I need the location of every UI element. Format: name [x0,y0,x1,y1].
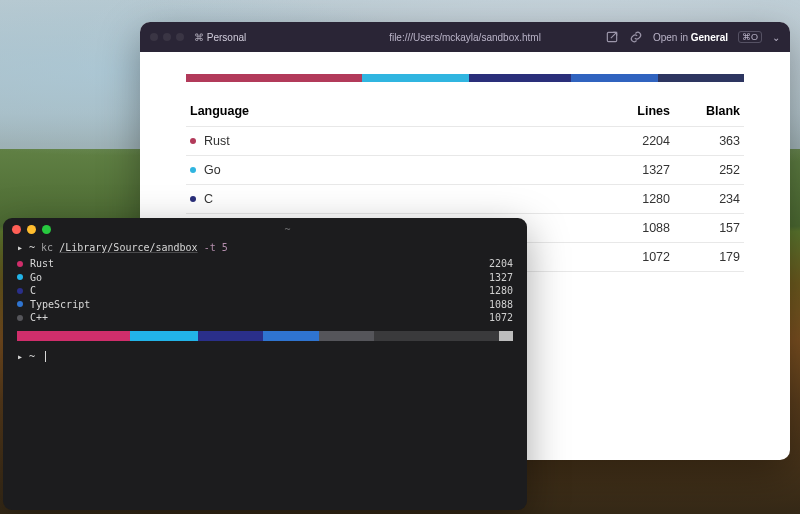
terminal-title: ~ [57,224,518,235]
color-swatch-icon [17,301,23,307]
blank-count: 157 [674,214,744,243]
language-name: C [204,192,213,206]
language-name: Rust [30,257,54,271]
lines-count: 1280 [604,185,674,214]
command-flags: -t 5 [204,242,228,253]
bar-segment-c [469,74,571,82]
bar-segment-c [198,331,264,341]
blank-count: 234 [674,185,744,214]
link-icon[interactable] [629,30,643,44]
table-row: Rust [186,127,604,156]
col-header-lines: Lines [604,98,674,127]
terminal-body[interactable]: ▸ ~ kc /Library/Source/sandbox -t 5 Rust… [3,240,527,372]
bar-segment-cp+ [658,74,744,82]
close-icon[interactable] [12,225,21,234]
lines-count: 1280 [489,284,513,298]
lines-count: 2204 [604,127,674,156]
terminal-output-row: C1280 [17,284,513,298]
language-name: Go [30,271,42,285]
bar-segment-rust [17,331,130,341]
color-swatch-icon [17,274,23,280]
lines-count: 1088 [489,298,513,312]
minimize-icon[interactable] [163,33,171,41]
command-name: kc [41,242,53,253]
terminal-output-rows: Rust2204Go1327C1280TypeScript1088C++1072 [17,257,513,325]
bar-segment-typescript [571,74,658,82]
color-swatch-icon [17,315,23,321]
language-name: C++ [30,311,48,325]
language-name: Go [204,163,221,177]
color-swatch-icon [190,167,196,173]
terminal-prompt-idle: ▸ ~ [17,351,513,362]
window-controls[interactable] [150,33,184,41]
color-swatch-icon [17,288,23,294]
zoom-icon[interactable] [176,33,184,41]
lines-count: 1088 [604,214,674,243]
bar-segment-typescript [263,331,319,341]
terminal-command-line: ▸ ~ kc /Library/Source/sandbox -t 5 [17,242,513,253]
terminal-output-row: C++1072 [17,311,513,325]
zoom-icon[interactable] [42,225,51,234]
lines-count: 1072 [489,311,513,325]
open-in-prefix: Open in [653,32,688,43]
terminal-output-row: Rust2204 [17,257,513,271]
lines-count: 1327 [604,156,674,185]
terminal-window: ~ ▸ ~ kc /Library/Source/sandbox -t 5 Ru… [3,218,527,510]
close-icon[interactable] [150,33,158,41]
open-in-target: General [691,32,728,43]
lines-count: 2204 [489,257,513,271]
bar-segment-go [362,74,468,82]
terminal-output-row: TypeScript1088 [17,298,513,312]
blank-count: 252 [674,156,744,185]
lines-count: 1072 [604,243,674,272]
col-header-language: Language [186,98,604,127]
browser-titlebar: Personal file:///Users/mckayla/sandbox.h… [140,22,790,52]
terminal-output-row: Go1327 [17,271,513,285]
terminal-proportion-bar [17,331,513,341]
language-name: TypeScript [30,298,90,312]
minimize-icon[interactable] [27,225,36,234]
bar-segment-remainder [374,331,499,341]
color-swatch-icon [17,261,23,267]
tab-personal[interactable]: Personal [194,32,246,43]
bar-segment-cp+ [319,331,374,341]
color-swatch-icon [190,138,196,144]
language-name: C [30,284,36,298]
table-row: Go [186,156,604,185]
bar-segment-cap [499,331,513,341]
table-row: C [186,185,604,214]
open-in-button[interactable]: Open in General [653,32,728,43]
blank-count: 179 [674,243,744,272]
terminal-titlebar: ~ [3,218,527,240]
chevron-down-icon[interactable]: ⌄ [772,32,780,43]
col-header-blank: Blank [674,98,744,127]
bar-segment-rust [186,74,362,82]
cursor-icon [45,351,46,362]
lines-count: 1327 [489,271,513,285]
prompt-symbol: ▸ ~ [17,242,35,253]
command-path: /Library/Source/sandbox [59,242,197,253]
color-swatch-icon [190,196,196,202]
language-proportion-bar [186,74,744,82]
bar-segment-go [130,331,198,341]
kbd-shortcut: ⌘O [738,31,762,43]
blank-count: 363 [674,127,744,156]
language-name: Rust [204,134,230,148]
share-icon[interactable] [605,30,619,44]
